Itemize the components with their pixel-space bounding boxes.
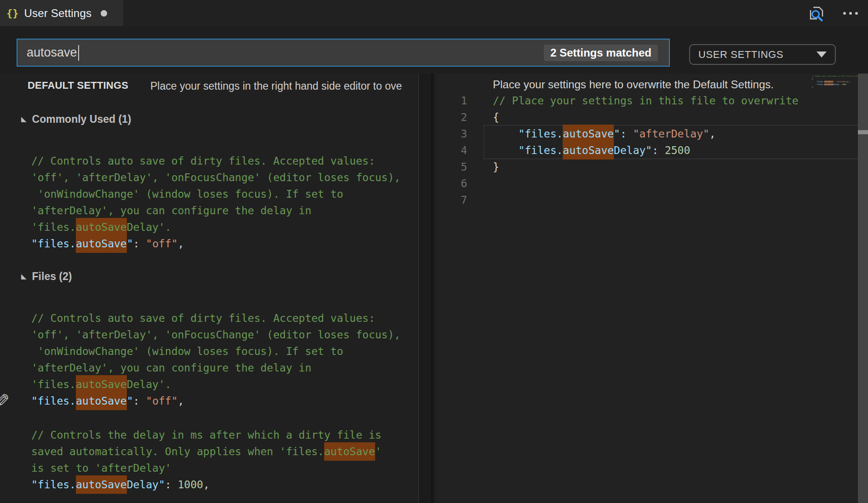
tab-bar: {} User Settings bbox=[0, 0, 868, 26]
tab-user-settings[interactable]: {} User Settings bbox=[0, 0, 123, 26]
panel-divider[interactable] bbox=[418, 74, 431, 503]
default-settings-panel: DEFAULT SETTINGS Place your settings in … bbox=[0, 74, 431, 503]
editor-actions bbox=[807, 0, 858, 26]
scope-dropdown-value: USER SETTINGS bbox=[698, 49, 817, 61]
collapse-triangle-icon: ◣ bbox=[21, 272, 27, 280]
section-commonly-used-label: Commonly Used (1) bbox=[32, 113, 131, 126]
line-number-gutter: 1234567 bbox=[431, 92, 467, 208]
open-settings-search-icon[interactable] bbox=[807, 4, 826, 23]
dirty-indicator-icon[interactable] bbox=[101, 10, 107, 17]
files-setting-autosavedelay-block[interactable]: // Controls the delay in ms after which … bbox=[31, 427, 382, 493]
json-braces-icon: {} bbox=[6, 7, 19, 19]
user-settings-code[interactable]: // Place your settings in this file to o… bbox=[493, 92, 805, 208]
files-setting-autosave-block[interactable]: // Controls auto save of dirty files. Ac… bbox=[31, 310, 400, 409]
default-settings-title: DEFAULT SETTINGS bbox=[28, 80, 128, 91]
section-commonly-used[interactable]: ◣ Commonly Used (1) bbox=[21, 113, 131, 126]
default-setting-autosave-block[interactable]: // Controls auto save of dirty files. Ac… bbox=[31, 153, 400, 252]
user-settings-panel: Place your settings here to overwrite th… bbox=[431, 74, 868, 503]
settings-editor-window: {} User Settings autosave 2 Settings mat… bbox=[0, 0, 868, 503]
search-docs-icon bbox=[807, 4, 826, 23]
section-files[interactable]: ◣ Files (2) bbox=[21, 270, 72, 283]
settings-search-input[interactable]: autosave 2 Settings matched bbox=[17, 39, 670, 67]
search-query-text: autosave bbox=[27, 46, 77, 60]
search-row: autosave 2 Settings matched USER SETTING… bbox=[0, 26, 868, 74]
tab-title: User Settings bbox=[24, 7, 92, 20]
scrollbar-marker bbox=[858, 130, 868, 134]
minimap[interactable]: // Place your settings in this file to o… bbox=[812, 75, 858, 502]
more-actions-icon[interactable] bbox=[843, 12, 858, 15]
settings-matched-badge: 2 Settings matched bbox=[544, 45, 658, 61]
chevron-down-icon bbox=[817, 51, 827, 57]
default-settings-header: DEFAULT SETTINGS bbox=[28, 80, 128, 91]
vertical-scrollbar[interactable] bbox=[858, 74, 868, 503]
user-settings-hint: Place your settings here to overwrite th… bbox=[493, 78, 774, 91]
edit-pencil-icon[interactable]: ✎ bbox=[0, 390, 10, 412]
section-files-label: Files (2) bbox=[32, 270, 72, 283]
default-settings-subtitle: Place your settings in the right hand si… bbox=[150, 80, 416, 92]
collapse-triangle-icon: ◣ bbox=[21, 115, 27, 123]
text-cursor bbox=[78, 45, 79, 61]
settings-scope-dropdown[interactable]: USER SETTINGS bbox=[689, 44, 836, 65]
